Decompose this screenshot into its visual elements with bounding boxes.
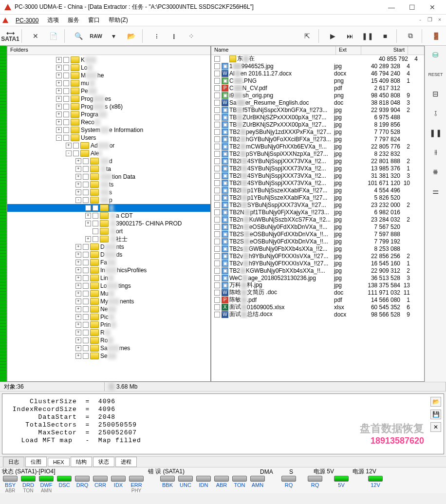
checkbox[interactable]	[214, 78, 220, 84]
file-list[interactable]: 东xx在40 855 7924▣1xxx9946525.jpgjpg40 289…	[211, 55, 424, 381]
col-start[interactable]: Start	[361, 46, 408, 55]
graph-icon[interactable]: ⫵	[428, 146, 443, 159]
checkbox[interactable]	[214, 282, 220, 288]
disk-icon[interactable]: ⛁	[428, 49, 443, 61]
tree-row[interactable]: +Saxxxxmes	[7, 344, 210, 352]
expander-icon[interactable]: +	[75, 322, 81, 328]
expander-icon[interactable]: +	[56, 104, 62, 110]
checkbox[interactable]	[83, 267, 89, 273]
mdi-restore[interactable]: ❐	[426, 17, 434, 24]
file-row[interactable]: PCxxxN_CV.pdfpdf2 617 312	[211, 84, 424, 92]
checkbox[interactable]	[214, 253, 220, 259]
checkbox[interactable]	[83, 314, 89, 320]
checkbox[interactable]	[214, 114, 220, 120]
checkbox[interactable]	[214, 261, 220, 266]
tree-row[interactable]: +Progxxxxs (x86)	[7, 103, 210, 111]
pause-icon[interactable]: ❚❚	[428, 127, 443, 139]
menu-options[interactable]: 选项	[43, 15, 63, 25]
menu-window[interactable]: 窗口	[84, 15, 104, 25]
checkbox[interactable]	[214, 63, 220, 69]
file-row[interactable]: X面试xx01609005.xlsxxlsx60 545 3526	[211, 303, 424, 311]
expander-icon[interactable]: -	[66, 150, 72, 156]
checkbox[interactable]	[214, 136, 220, 142]
file-row[interactable]: ▣TB2SxxeOSBuNjy0FdXXbDnVXa_!!...jpg7 799…	[211, 238, 424, 245]
checkbox[interactable]	[63, 88, 69, 94]
tree-row[interactable]: +Recoxx	[7, 118, 210, 126]
tree-row[interactable]: +Prinxx	[7, 321, 210, 329]
minimize-button[interactable]: —	[382, 1, 401, 13]
checkbox[interactable]	[73, 143, 79, 149]
checkbox[interactable]	[214, 144, 220, 149]
expander-icon[interactable]: +	[85, 205, 91, 211]
tree-row[interactable]: +Loxxxxtings	[7, 282, 210, 290]
file-row[interactable]: ▣TB2Nxxpf1TBuNjy0FjXXajyXa_!!273...jpg6 …	[211, 208, 424, 216]
checkbox[interactable]	[214, 107, 220, 113]
expander-icon[interactable]: +	[75, 314, 81, 320]
checkbox[interactable]	[83, 337, 89, 343]
tree-row[interactable]: +InxxxxhicsProfiles	[7, 266, 210, 274]
expander-icon[interactable]: +	[56, 65, 62, 71]
log-tab[interactable]: 状态	[93, 457, 114, 467]
log-tab[interactable]: 位图	[25, 457, 47, 467]
tree-row[interactable]: +Myxxxxnents	[7, 298, 210, 305]
expander-icon[interactable]: +	[75, 189, 81, 195]
checkbox[interactable]	[214, 93, 220, 98]
exit-button[interactable]: 🚪	[427, 28, 444, 44]
tree-row[interactable]: +Loxx	[7, 64, 210, 72]
doc-button[interactable]: 📄	[45, 28, 61, 44]
file-row[interactable]: ▣TB2vxxh9YBuNjy0FfXXXIsVXa_!!27...jpg22 …	[211, 252, 424, 260]
file-row[interactable]: ▣TB2xxhGYBuNjy0FoXXciBFXa_!!273...jpg7 7…	[211, 135, 424, 143]
expander-icon[interactable]: -	[56, 135, 62, 141]
tree-row[interactable]: +Roxx	[7, 336, 210, 344]
checkbox[interactable]	[63, 80, 69, 86]
expander-icon[interactable]: +	[75, 275, 81, 281]
file-row[interactable]: ▣TB2SxxeOSBuNjy0FdXXbDnVXa_!!...jpg7 597…	[211, 230, 424, 238]
checkbox[interactable]	[63, 135, 69, 141]
diag1-button[interactable]: ⫶	[148, 28, 165, 44]
file-row[interactable]: ▣TB2lxxp1YBuNjSszeXXablFXa_!!27...jpg5 8…	[211, 194, 424, 201]
file-row[interactable]: ▣TB2xxpSYBuNjSspiXXXNzpXa_!!27...jpg8 23…	[211, 150, 424, 157]
play-button[interactable]: ▶	[324, 28, 341, 44]
checkbox[interactable]	[83, 197, 89, 203]
expander-icon[interactable]: +	[85, 221, 91, 226]
checkbox[interactable]	[93, 228, 98, 234]
menu-service[interactable]: 服务	[64, 15, 83, 25]
expander-icon[interactable]: +	[75, 337, 81, 343]
checkbox[interactable]	[214, 231, 220, 237]
file-row[interactable]: WAlxxen 2016.11.27.docxdocx46 794 2404	[211, 70, 424, 77]
checkbox[interactable]	[214, 290, 220, 296]
file-row[interactable]: ▣TB2ixxSYBuNjSspjXXX73VXa_!!27...jpg23 2…	[211, 201, 424, 208]
expander-icon[interactable]: +	[56, 73, 62, 78]
expander-icon[interactable]: +	[56, 96, 62, 102]
checkbox[interactable]	[214, 85, 220, 91]
clear-icon[interactable]: ⧻	[428, 166, 443, 178]
expander-icon[interactable]: +	[56, 88, 62, 94]
checkbox[interactable]	[83, 174, 89, 180]
menu-pc3000[interactable]: PC-3000	[12, 16, 42, 25]
log-clear-button[interactable]: ✕	[430, 422, 441, 432]
checkbox[interactable]	[83, 158, 89, 164]
checkbox[interactable]	[214, 151, 220, 157]
tree-row[interactable]: +Dxxxxds	[7, 251, 210, 259]
checkbox[interactable]	[214, 209, 220, 215]
menu-help[interactable]: 帮助(Z)	[105, 15, 131, 25]
tree-row[interactable]: +Nexxx	[7, 305, 210, 313]
tree-row[interactable]: -xxxp	[7, 196, 210, 204]
filter-button[interactable]: ▾	[105, 28, 122, 44]
file-row[interactable]: 东xx在40 855 7924	[211, 55, 424, 62]
checkbox[interactable]	[63, 119, 69, 125]
pause-button[interactable]: ❚❚	[359, 28, 376, 44]
log-tab[interactable]: 进程	[115, 457, 137, 467]
checkbox[interactable]	[83, 182, 89, 187]
expander-icon[interactable]: +	[75, 353, 81, 359]
tree-row[interactable]: +xx39002175- CHINA PROD	[7, 220, 210, 227]
checkbox[interactable]	[214, 239, 220, 244]
tree-row[interactable]: +xxta	[7, 165, 210, 173]
close-button[interactable]: ✕	[423, 1, 442, 13]
checkbox[interactable]	[214, 180, 220, 186]
file-row[interactable]: ▣TB2nxxKuWBuNjSszbXXcS7FXa_!!2...jpg23 2…	[211, 216, 424, 223]
log-tab[interactable]: 日志	[3, 457, 24, 467]
checkbox[interactable]	[214, 312, 220, 317]
reset-icon[interactable]: RESET	[428, 68, 443, 81]
search-button[interactable]: 🔍	[70, 28, 87, 44]
